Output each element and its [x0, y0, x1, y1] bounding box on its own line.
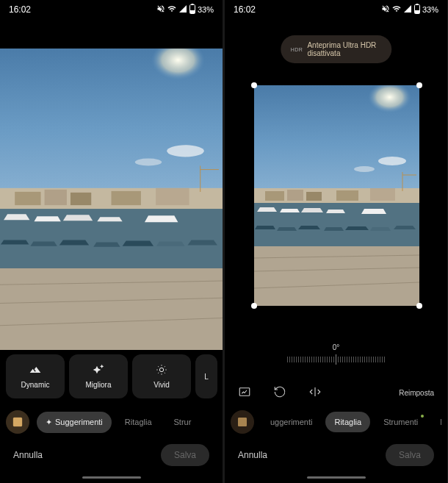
svg-rect-25: [416, 4, 418, 5]
rotation-slider[interactable]: [287, 354, 385, 365]
svg-rect-12: [156, 188, 189, 205]
svg-point-30: [354, 166, 375, 172]
landscape-icon: [29, 364, 41, 378]
clock: 16:02: [234, 4, 256, 15]
action-row: Annulla Salva: [0, 444, 223, 476]
battery-percent: 33%: [198, 5, 214, 14]
tab-adjust-partial[interactable]: Regola: [431, 412, 441, 432]
svg-rect-32: [265, 191, 284, 201]
save-button[interactable]: Salva: [386, 444, 434, 466]
magic-editor-button[interactable]: [231, 410, 254, 434]
svg-rect-8: [15, 192, 40, 205]
status-icons: 33%: [381, 4, 438, 15]
photo-viewport: [0, 19, 223, 350]
crop-handle-br[interactable]: [416, 303, 422, 309]
sparkle-icon: [93, 364, 104, 378]
svg-point-6: [135, 158, 162, 165]
mute-icon: [156, 4, 165, 15]
svg-rect-4: [0, 49, 223, 210]
svg-rect-10: [71, 193, 91, 205]
svg-rect-1: [191, 4, 193, 5]
sparkle-small-icon: ✦: [46, 418, 52, 426]
photo-preview[interactable]: [0, 49, 223, 350]
svg-rect-46: [239, 388, 250, 396]
cancel-button[interactable]: Annulla: [238, 450, 267, 460]
action-row: Annulla Salva: [225, 444, 447, 476]
crop-handle-tr[interactable]: [416, 82, 422, 88]
reset-button[interactable]: Reimposta: [399, 389, 434, 397]
crop-handle-tl[interactable]: [251, 82, 257, 88]
signal-icon: [403, 4, 412, 15]
mute-icon: [381, 4, 390, 15]
crop-frame[interactable]: [254, 85, 419, 306]
status-icons: 33%: [156, 4, 214, 15]
suggestion-enhance[interactable]: Migliora: [69, 354, 128, 398]
battery-icon: [189, 4, 195, 15]
status-bar: 16:02 33%: [0, 0, 223, 19]
suggestion-vivid[interactable]: Vivid: [132, 354, 191, 398]
svg-rect-18: [0, 268, 223, 350]
svg-rect-26: [415, 10, 419, 13]
rotation-control: 0°: [225, 328, 447, 379]
status-bar: 16:02 33%: [225, 0, 447, 19]
tab-tools-partial[interactable]: Strur: [165, 412, 200, 433]
svg-point-29: [378, 157, 406, 165]
suggestion-label: Migliora: [85, 381, 111, 389]
tab-crop[interactable]: Ritaglia: [325, 412, 370, 432]
svg-rect-28: [254, 85, 419, 204]
svg-point-47: [245, 418, 246, 420]
suggestion-row: Dynamic Migliora Vivid L: [0, 354, 223, 398]
magic-editor-button[interactable]: [6, 410, 29, 434]
svg-rect-11: [112, 191, 141, 205]
bottom-tabs: uggerimenti Ritaglia Strumenti Regola: [225, 410, 447, 434]
sun-icon: [156, 364, 167, 378]
rotation-angle: 0°: [333, 343, 340, 351]
suggestion-partial[interactable]: L: [195, 354, 217, 398]
suggestion-label: L: [204, 373, 209, 381]
aspect-ratio-button[interactable]: [238, 385, 251, 400]
crop-handle-bl[interactable]: [251, 303, 257, 309]
nav-handle[interactable]: [82, 476, 141, 479]
save-button[interactable]: Salva: [161, 444, 209, 466]
battery-icon: [414, 4, 420, 15]
clock: 16:02: [9, 4, 31, 15]
tab-crop[interactable]: Ritaglia: [116, 412, 161, 433]
suggestion-label: Vivid: [153, 381, 170, 389]
svg-rect-9: [45, 190, 67, 205]
crop-tools-row: Reimposta: [225, 385, 447, 400]
rotate-button[interactable]: [273, 385, 286, 400]
svg-point-23: [20, 418, 21, 420]
svg-rect-36: [370, 188, 395, 201]
hdr-text: Anteprima Ultra HDR disattivata: [307, 41, 381, 57]
hdr-badge: HDR: [291, 47, 303, 52]
svg-point-22: [159, 368, 163, 371]
phone-right: 16:02 33% HDR Anteprima Ultra HDR disatt…: [225, 0, 447, 483]
svg-rect-35: [336, 190, 358, 201]
cancel-button[interactable]: Annulla: [13, 450, 43, 460]
battery-percent: 33%: [422, 5, 438, 14]
flip-button[interactable]: [308, 385, 322, 400]
svg-rect-2: [190, 10, 195, 13]
tab-suggestions[interactable]: ✦Suggerimenti: [37, 412, 112, 433]
new-indicator-dot: [421, 415, 424, 418]
signal-icon: [178, 4, 187, 15]
nav-handle[interactable]: [307, 476, 366, 479]
wifi-icon: [167, 4, 176, 15]
tab-suggestions-partial[interactable]: uggerimenti: [261, 412, 321, 432]
suggestion-dynamic[interactable]: Dynamic: [6, 354, 65, 398]
photo-viewport: [225, 19, 447, 328]
wifi-icon: [392, 4, 401, 15]
svg-rect-33: [287, 190, 303, 201]
svg-point-5: [167, 145, 204, 157]
svg-rect-34: [306, 192, 322, 201]
hdr-toast[interactable]: HDR Anteprima Ultra HDR disattivata: [281, 35, 392, 63]
phone-left: 16:02 33%: [0, 0, 223, 483]
tab-tools[interactable]: Strumenti: [375, 412, 427, 432]
suggestion-label: Dynamic: [21, 381, 50, 389]
bottom-tabs: ✦Suggerimenti Ritaglia Strur: [0, 410, 223, 434]
